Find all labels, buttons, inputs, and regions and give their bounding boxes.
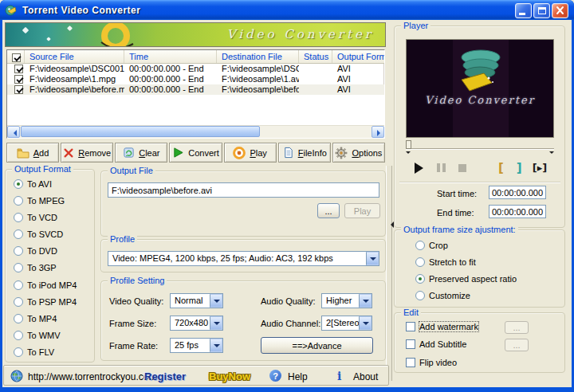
select-all-checkbox[interactable] — [7, 50, 25, 63]
radio-to-mp4[interactable]: To MP4 — [14, 314, 91, 323]
register-link[interactable]: Register — [144, 370, 186, 382]
column-destination-file[interactable]: Destination File — [217, 50, 299, 63]
flip-video-checkbox[interactable]: Flip video — [406, 358, 457, 367]
output-format-title: Output Format — [12, 164, 73, 174]
remove-label: Remove — [78, 148, 111, 158]
end-time-field[interactable] — [489, 205, 546, 218]
table-row[interactable]: F:\videosample\1.mpg 00:00:00.000 - End … — [7, 74, 384, 84]
radio-label: To MP4 — [27, 314, 57, 323]
radio-icon — [415, 274, 425, 284]
radio-to-flv[interactable]: To FLV — [14, 347, 91, 357]
minimize-button[interactable] — [515, 3, 532, 18]
scroll-right-button[interactable] — [372, 126, 384, 138]
radio-customize[interactable]: Customize — [415, 291, 470, 300]
row-checkbox[interactable] — [7, 64, 25, 74]
add-subtitle-checkbox[interactable]: Add Subtitle — [406, 339, 466, 349]
fileinfo-button[interactable]: FileInfo — [278, 143, 331, 163]
radio-to-vcd[interactable]: To VCD — [14, 213, 91, 222]
set-start-button[interactable]: [ — [498, 161, 504, 175]
clear-button[interactable]: Clear — [115, 143, 167, 163]
browse-output-button[interactable]: ... — [317, 203, 340, 218]
end-time-label: End time: — [437, 208, 474, 218]
column-time[interactable]: Time — [124, 50, 217, 63]
add-button[interactable]: Add — [6, 143, 59, 163]
about-link[interactable]: About — [353, 371, 378, 382]
start-time-field[interactable] — [489, 186, 546, 199]
checkbox-icon — [14, 75, 23, 84]
radio-preserved-aspect-ratio[interactable]: Preserved aspect ratio — [415, 274, 517, 284]
sparkle-icon — [22, 27, 29, 33]
column-output-format[interactable]: Output Format — [332, 50, 384, 63]
options-button[interactable]: Options — [332, 143, 385, 163]
scrollbar-track[interactable] — [20, 126, 372, 138]
slider-thumb[interactable] — [406, 140, 411, 149]
frame-size-select[interactable]: 720x480 — [170, 316, 223, 331]
radio-to-avi[interactable]: To AVI — [14, 179, 91, 189]
audio-channel-select[interactable]: 2[Stereo] — [321, 316, 372, 331]
radio-stretch-to-fit[interactable]: Stretch to fit — [415, 257, 476, 267]
remove-button[interactable]: Remove — [61, 143, 113, 163]
buynow-link[interactable]: BuyNow — [209, 370, 250, 382]
scroll-left-button[interactable] — [7, 126, 20, 138]
clear-icon — [123, 147, 135, 159]
radio-icon — [14, 196, 23, 206]
app-window: Torrent Video Converter Video Converter — [0, 0, 574, 392]
scrollbar-thumb[interactable] — [21, 126, 260, 137]
table-row[interactable]: F:\videosample\before.mp4 00:00:00.000 -… — [7, 84, 384, 95]
advance-button[interactable]: ==>Advance — [261, 337, 373, 354]
maximize-icon — [538, 7, 546, 14]
checkbox-icon — [14, 85, 23, 94]
radio-crop[interactable]: Crop — [415, 241, 448, 250]
minimize-icon — [519, 13, 525, 15]
column-source-file[interactable]: Source File — [25, 50, 124, 63]
play-output-button[interactable]: Play — [344, 203, 380, 218]
horizontal-scrollbar[interactable] — [7, 125, 384, 138]
profile-select[interactable]: Video: MPEG4, 1200 kbps, 25 fps; Audio: … — [108, 251, 379, 266]
frame-size-value: 720x480 — [171, 316, 210, 330]
column-status[interactable]: Status — [299, 50, 332, 63]
play-button[interactable]: Play — [224, 143, 277, 163]
play-control-button[interactable] — [411, 161, 428, 175]
set-end-button[interactable]: ] — [517, 161, 522, 175]
subtitle-browse-button[interactable]: ... — [505, 339, 529, 351]
watermark-browse-button[interactable]: ... — [505, 321, 529, 334]
chevron-down-icon[interactable] — [210, 294, 222, 308]
radio-to-svcd[interactable]: To SVCD — [14, 229, 91, 239]
table-row[interactable]: F:\videosample\DSC00161.3( 00:00:00.000 … — [7, 64, 384, 74]
convert-button[interactable]: Convert — [169, 143, 222, 163]
audio-quality-select[interactable]: Higher — [321, 293, 372, 308]
chevron-down-icon[interactable] — [359, 316, 372, 330]
output-file-input[interactable] — [108, 182, 379, 198]
radio-to-wmv[interactable]: To WMV — [14, 331, 91, 340]
radio-to-3gp[interactable]: To 3GP — [14, 263, 91, 272]
row-checkbox[interactable] — [7, 84, 25, 95]
help-link[interactable]: Help — [288, 371, 308, 382]
chevron-down-icon[interactable] — [359, 294, 372, 308]
radio-to-ipod-mp4[interactable]: To iPod MP4 — [14, 280, 91, 290]
radio-to-mpeg[interactable]: To MPEG — [14, 196, 91, 206]
website-link[interactable]: http://www.torrentrockyou.com — [28, 371, 156, 382]
stop-control-button[interactable] — [454, 161, 471, 175]
play-label: Play — [250, 148, 266, 158]
checkbox-icon — [406, 358, 415, 367]
radio-to-psp-mp4[interactable]: To PSP MP4 — [14, 297, 91, 307]
radio-to-dvd[interactable]: To DVD — [14, 246, 91, 256]
panel-splitter[interactable] — [386, 166, 392, 381]
convert-icon — [172, 147, 184, 159]
maximize-button[interactable] — [533, 3, 550, 18]
seek-slider[interactable] — [406, 144, 554, 155]
add-watermark-checkbox[interactable]: Add watermark — [406, 322, 478, 331]
pause-control-button[interactable] — [433, 161, 450, 175]
play-segment-button[interactable]: [▸] — [533, 161, 547, 175]
sparkle-icon — [67, 25, 73, 31]
radio-icon — [14, 280, 23, 290]
chevron-down-icon[interactable] — [210, 339, 222, 352]
radio-icon — [415, 241, 425, 250]
video-quality-select[interactable]: Normal — [170, 293, 223, 308]
profile-value: Video: MPEG4, 1200 kbps, 25 fps; Audio: … — [108, 252, 366, 265]
frame-rate-select[interactable]: 25 fps — [170, 338, 223, 353]
close-button[interactable] — [552, 3, 568, 18]
chevron-down-icon[interactable] — [210, 316, 222, 330]
row-checkbox[interactable] — [7, 74, 25, 84]
chevron-down-icon[interactable] — [366, 252, 379, 265]
